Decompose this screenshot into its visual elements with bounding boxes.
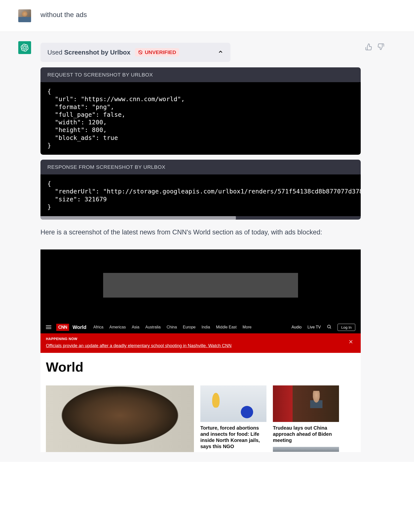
region-link[interactable]: Americas (109, 325, 126, 329)
breaking-news-banner: HAPPENING NOW Officials provide an updat… (40, 333, 361, 353)
story-headline[interactable]: Torture, forced abortions and insects fo… (200, 425, 266, 450)
audio-link[interactable]: Audio (291, 325, 301, 329)
cnn-logo[interactable]: CNN (56, 324, 69, 331)
region-link[interactable]: Australia (145, 325, 161, 329)
region-link[interactable]: Africa (93, 325, 103, 329)
unverified-icon (138, 50, 143, 55)
livetv-link[interactable]: Live TV (307, 325, 321, 329)
user-message-row: without the ads (0, 0, 414, 32)
cnn-region-nav: Africa Americas Asia Australia China Eur… (93, 325, 251, 329)
assistant-response-text: Here is a screenshot of the latest news … (40, 227, 361, 238)
region-link[interactable]: Asia (132, 325, 139, 329)
ad-placeholder (103, 273, 298, 298)
page-title: World (46, 359, 355, 375)
thumbs-up-icon[interactable] (365, 43, 373, 51)
request-header: REQUEST TO SCREENSHOT BY URLBOX (40, 67, 361, 82)
story-image[interactable] (200, 385, 266, 422)
thumbs-down-icon[interactable] (377, 43, 384, 51)
horizontal-scrollbar[interactable] (40, 216, 361, 220)
lead-story-image[interactable] (46, 385, 194, 452)
user-avatar (18, 9, 31, 22)
response-body[interactable]: { "renderUrl": "http://storage.googleapi… (40, 174, 361, 216)
embedded-screenshot: CNN World Africa Americas Asia Australia… (40, 249, 361, 452)
region-link[interactable]: Europe (183, 325, 196, 329)
banner-label: HAPPENING NOW (46, 337, 355, 341)
cnn-ad-region (40, 249, 361, 321)
cnn-section-label[interactable]: World (73, 324, 86, 330)
scrollbar-thumb[interactable] (40, 216, 236, 220)
user-message-text: without the ads (40, 11, 365, 19)
request-body[interactable]: { "url": "https://www.cnn.com/world", "f… (40, 82, 361, 155)
request-code-block: REQUEST TO SCREENSHOT BY URLBOX { "url":… (40, 67, 361, 155)
close-icon[interactable] (348, 339, 353, 345)
story-headline[interactable]: Trudeau lays out China approach ahead of… (273, 425, 339, 443)
svg-line-2 (330, 328, 331, 329)
region-link[interactable]: India (202, 325, 210, 329)
story-image[interactable] (273, 447, 339, 452)
chevron-up-icon[interactable] (218, 49, 224, 56)
login-button[interactable]: Log In (338, 324, 355, 331)
response-header: RESPONSE FROM SCREENSHOT BY URLBOX (40, 160, 361, 174)
story-image[interactable] (273, 385, 339, 422)
plugin-used-label: Used Screenshot by Urlbox (47, 49, 131, 56)
assistant-avatar (18, 41, 31, 54)
plugin-header-bar[interactable]: Used Screenshot by Urlbox UNVERIFIED (40, 43, 230, 62)
region-link[interactable]: Middle East (216, 325, 237, 329)
cnn-nav-bar: CNN World Africa Americas Asia Australia… (40, 321, 361, 333)
search-icon[interactable] (327, 324, 332, 330)
banner-headline[interactable]: Officials provide an update after a dead… (46, 343, 355, 348)
message-actions (365, 43, 384, 51)
unverified-badge: UNVERIFIED (135, 48, 179, 57)
hamburger-icon[interactable] (46, 325, 51, 329)
svg-point-1 (328, 325, 331, 328)
region-link[interactable]: China (167, 325, 177, 329)
response-code-block: RESPONSE FROM SCREENSHOT BY URLBOX { "re… (40, 160, 361, 220)
region-link[interactable]: More (243, 325, 251, 329)
assistant-message-row: Used Screenshot by Urlbox UNVERIFIED REQ… (0, 32, 414, 462)
